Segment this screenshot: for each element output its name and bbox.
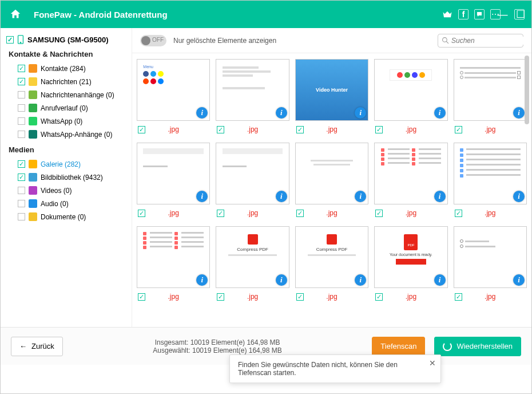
sidebar-item-9[interactable]: Audio (0): [6, 197, 129, 210]
thumbnail[interactable]: Menui: [137, 59, 210, 121]
home-button[interactable]: [7, 6, 23, 22]
info-icon[interactable]: i: [276, 107, 287, 119]
item-checkbox[interactable]: [18, 200, 25, 207]
info-icon[interactable]: i: [276, 191, 287, 202]
sidebar-item-2[interactable]: Nachrichtenanhänge (0): [6, 88, 129, 101]
item-checkbox[interactable]: [18, 104, 25, 112]
thumbnail[interactable]: i: [374, 59, 447, 121]
search-input[interactable]: [451, 37, 532, 45]
thumbnail[interactable]: PDFYour document is ready.i: [374, 226, 447, 288]
thumb-checkbox[interactable]: ✓: [138, 210, 145, 217]
info-icon[interactable]: i: [355, 274, 366, 286]
feedback-icon[interactable]: [474, 9, 485, 19]
thumb-checkbox[interactable]: ✓: [217, 210, 224, 217]
sidebar-item-10[interactable]: Dokumente (0): [6, 210, 129, 223]
item-checkbox[interactable]: ✓: [18, 174, 25, 181]
thumbnail-cell[interactable]: i✓.jpg: [374, 143, 447, 219]
recover-button[interactable]: Wiederherstellen: [434, 337, 521, 356]
thumbnail-cell[interactable]: i✓.jpg: [216, 143, 289, 219]
thumb-checkbox[interactable]: ✓: [138, 126, 145, 133]
deleted-only-toggle[interactable]: OFF: [140, 35, 166, 46]
info-icon[interactable]: i: [196, 191, 208, 202]
thumb-checkbox[interactable]: ✓: [217, 293, 224, 301]
phone-icon: [17, 35, 24, 44]
thumbnail[interactable]: i: [454, 59, 527, 121]
thumbnail[interactable]: i: [454, 226, 527, 288]
sidebar-item-6[interactable]: ✓Galerie (282): [6, 157, 129, 171]
thumb-checkbox[interactable]: ✓: [138, 293, 145, 301]
thumbnail-cell[interactable]: Menui✓.jpg: [137, 59, 210, 136]
item-checkbox[interactable]: ✓: [18, 160, 25, 168]
premium-icon[interactable]: [442, 9, 452, 19]
item-checkbox[interactable]: [18, 91, 25, 98]
sidebar-item-3[interactable]: Anrufverlauf (0): [6, 101, 129, 115]
sidebar-item-0[interactable]: ✓Kontakte (284): [6, 62, 129, 75]
facebook-icon[interactable]: f: [458, 9, 469, 19]
thumbnail-cell[interactable]: i✓.jpg: [137, 226, 210, 303]
tooltip-close[interactable]: ✕: [429, 358, 436, 368]
thumb-checkbox[interactable]: ✓: [455, 293, 462, 301]
thumb-checkbox[interactable]: ✓: [296, 126, 304, 133]
thumb-checkbox[interactable]: ✓: [375, 210, 383, 217]
item-checkbox[interactable]: [18, 187, 25, 194]
thumbnail[interactable]: i: [374, 143, 447, 204]
thumbnail-cell[interactable]: i✓.jpg: [295, 143, 368, 219]
thumbnail-cell[interactable]: i✓.jpg: [454, 226, 527, 303]
sidebar-item-5[interactable]: WhatsApp-Anhänge (0): [6, 128, 129, 141]
thumbnail[interactable]: i: [137, 226, 210, 288]
item-checkbox[interactable]: [18, 131, 25, 138]
info-icon[interactable]: i: [196, 107, 208, 119]
sidebar-item-7[interactable]: ✓Bildbibliothek (9432): [6, 171, 129, 184]
thumb-checkbox[interactable]: ✓: [296, 210, 304, 217]
thumb-checkbox[interactable]: ✓: [455, 210, 462, 217]
thumbnail-cell[interactable]: i✓.jpg: [374, 59, 447, 136]
info-icon[interactable]: i: [276, 274, 287, 286]
item-checkbox[interactable]: [18, 117, 25, 125]
file-ext: .jpg: [406, 209, 416, 217]
thumbnail[interactable]: i: [454, 143, 527, 204]
thumbnail[interactable]: i: [137, 143, 210, 204]
item-checkbox[interactable]: ✓: [18, 65, 25, 72]
thumbnail-cell[interactable]: PDFYour document is ready.i✓.jpg: [374, 226, 447, 303]
thumb-checkbox[interactable]: ✓: [375, 293, 383, 301]
item-checkbox[interactable]: ✓: [18, 78, 25, 85]
thumbnail[interactable]: Video Hunteri: [295, 59, 368, 121]
thumb-checkbox[interactable]: ✓: [296, 293, 304, 301]
scrollbar[interactable]: [525, 56, 529, 325]
sidebar-item-8[interactable]: Videos (0): [6, 184, 129, 197]
thumbnail-cell[interactable]: i✓.jpg: [216, 59, 289, 136]
sidebar-item-1[interactable]: ✓Nachrichten (21): [6, 75, 129, 88]
file-ext: .jpg: [247, 293, 258, 301]
device-checkbox[interactable]: ✓: [6, 36, 14, 44]
back-button[interactable]: ← Zurück: [11, 337, 63, 356]
info-icon[interactable]: i: [434, 191, 446, 202]
minimize-button[interactable]: —: [498, 9, 508, 19]
thumb-checkbox[interactable]: ✓: [455, 126, 462, 133]
thumbnail[interactable]: Compress PDFi: [216, 226, 289, 288]
thumbnail-cell[interactable]: Video Hunteri✓.jpg: [295, 59, 368, 136]
thumb-checkbox[interactable]: ✓: [375, 126, 383, 133]
thumbnail-cell[interactable]: i✓.jpg: [454, 143, 527, 219]
thumbnail-cell[interactable]: i✓.jpg: [454, 59, 527, 136]
info-icon[interactable]: i: [513, 107, 525, 119]
thumbnail[interactable]: Compress PDFi: [295, 226, 368, 288]
thumbnail[interactable]: i: [295, 143, 368, 204]
thumbnail-cell[interactable]: i✓.jpg: [137, 143, 210, 219]
search-box[interactable]: [438, 34, 523, 48]
thumbnail[interactable]: i: [216, 143, 289, 204]
info-icon[interactable]: i: [513, 191, 525, 202]
info-icon[interactable]: i: [196, 274, 208, 286]
info-icon[interactable]: i: [513, 274, 525, 286]
thumbnail-cell[interactable]: Compress PDFi✓.jpg: [216, 226, 289, 303]
maximize-button[interactable]: ☐: [516, 9, 525, 19]
item-checkbox[interactable]: [18, 213, 25, 220]
device-row[interactable]: ✓ SAMSUNG (SM-G9500): [6, 35, 129, 44]
thumbnail[interactable]: i: [216, 59, 289, 121]
sidebar-item-4[interactable]: WhatsApp (0): [6, 115, 129, 128]
info-icon[interactable]: i: [355, 191, 366, 202]
deepscan-button[interactable]: Tiefenscan: [372, 337, 425, 356]
thumb-checkbox[interactable]: ✓: [217, 126, 224, 133]
info-icon[interactable]: i: [434, 107, 446, 119]
info-icon[interactable]: i: [434, 274, 446, 286]
thumbnail-cell[interactable]: Compress PDFi✓.jpg: [295, 226, 368, 303]
